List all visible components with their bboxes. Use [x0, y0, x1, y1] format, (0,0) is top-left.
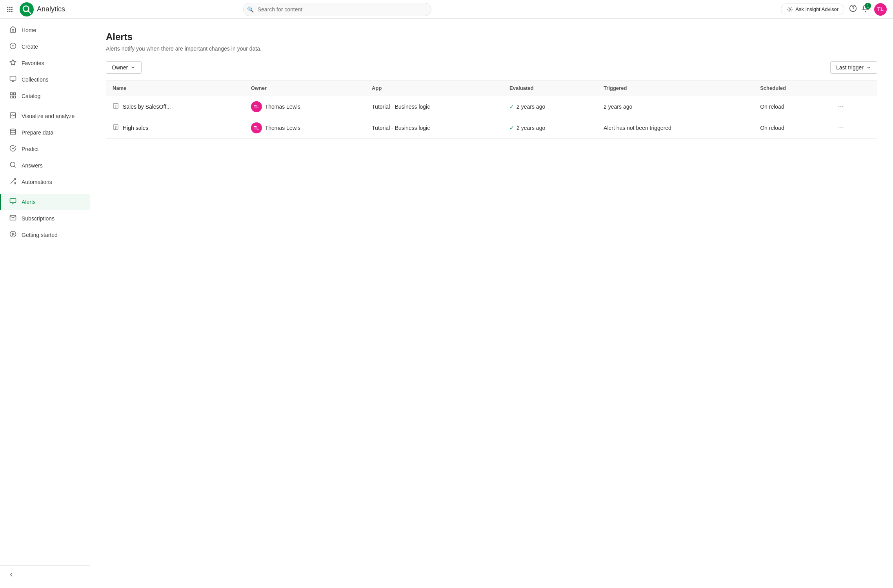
last-trigger-chevron-icon	[866, 65, 871, 70]
sidebar-item-subscriptions[interactable]: Subscriptions	[0, 210, 90, 227]
sidebar-item-prepare[interactable]: Prepare data	[0, 124, 90, 141]
star-icon	[9, 59, 17, 67]
check-icon-2: ✓	[509, 125, 514, 131]
svg-rect-2	[11, 7, 13, 8]
row1-actions-cell: ···	[829, 96, 877, 117]
nav-right: Ask Insight Advisor 1 TL	[781, 3, 887, 16]
row1-name-cell: Sales by SalesOff...	[106, 96, 245, 117]
row1-evaluated-text: 2 years ago	[517, 104, 545, 110]
svg-point-33	[10, 231, 16, 237]
sidebar-catalog-label: Catalog	[22, 93, 40, 99]
sidebar-item-answers[interactable]: Answers	[0, 157, 90, 174]
row2-more-button[interactable]: ···	[835, 122, 847, 133]
col-evaluated: Evaluated	[503, 80, 597, 96]
sidebar-item-home[interactable]: Home	[0, 22, 90, 38]
alert-doc-icon-2	[113, 124, 119, 132]
col-name: Name	[106, 80, 245, 96]
last-trigger-button[interactable]: Last trigger	[830, 61, 877, 74]
svg-rect-21	[10, 93, 12, 95]
qlik-logo[interactable]: Analytics	[20, 2, 65, 16]
svg-marker-17	[10, 60, 16, 65]
sidebar-getting-started-label: Getting started	[22, 232, 58, 238]
sidebar-divider-1	[0, 106, 90, 106]
notifications-button[interactable]: 1	[862, 4, 869, 14]
owner-filter-button[interactable]: Owner	[106, 61, 142, 74]
row2-name[interactable]: High sales	[123, 125, 148, 131]
app-title: Analytics	[37, 5, 65, 13]
user-avatar[interactable]: TL	[874, 3, 887, 16]
notification-badge: 1	[865, 3, 871, 9]
row1-more-button[interactable]: ···	[835, 101, 847, 112]
main-layout: Home Create	[0, 19, 893, 588]
sidebar-item-visualize[interactable]: Visualize and analyze	[0, 108, 90, 124]
sidebar-item-predict[interactable]: Predict	[0, 141, 90, 157]
col-triggered: Triggered	[597, 80, 754, 96]
visualize-icon	[9, 112, 17, 120]
sidebar-item-catalog[interactable]: Catalog	[0, 88, 90, 104]
search-icon: 🔍	[247, 6, 254, 13]
sidebar-item-create[interactable]: Create	[0, 38, 90, 55]
svg-point-27	[10, 162, 15, 167]
sidebar-divider-2	[0, 192, 90, 192]
sidebar-answers-label: Answers	[22, 162, 43, 169]
automations-icon	[9, 178, 17, 186]
table-row: Sales by SalesOff... TL Thomas Lewis Tut…	[106, 96, 877, 117]
insight-advisor-label: Ask Insight Advisor	[795, 6, 838, 12]
row2-triggered: Alert has not been triggered	[597, 117, 754, 138]
sidebar-bottom	[0, 561, 90, 588]
owner-label: Owner	[112, 64, 128, 71]
collapse-icon	[8, 571, 15, 579]
create-icon	[9, 42, 17, 51]
insight-advisor-button[interactable]: Ask Insight Advisor	[781, 4, 844, 15]
getting-started-icon	[9, 231, 17, 239]
sidebar-item-alerts[interactable]: Alerts	[0, 194, 90, 210]
svg-marker-34	[13, 233, 15, 235]
row1-owner-name: Thomas Lewis	[265, 104, 300, 110]
col-scheduled: Scheduled	[754, 80, 829, 96]
row2-app: Tutorial - Business logic	[366, 117, 503, 138]
table-header-row: Name Owner App Evaluated Triggered Sched…	[106, 80, 877, 96]
sidebar-item-collections[interactable]: Collections	[0, 71, 90, 88]
row2-actions-cell: ···	[829, 117, 877, 138]
search-input[interactable]	[243, 3, 431, 16]
svg-rect-5	[11, 9, 13, 10]
svg-rect-22	[14, 93, 16, 95]
sidebar-item-favorites[interactable]: Favorites	[0, 55, 90, 71]
col-owner: Owner	[245, 80, 366, 96]
svg-rect-4	[9, 9, 11, 10]
row1-owner-cell: TL Thomas Lewis	[245, 96, 366, 117]
catalog-icon	[9, 92, 17, 100]
check-icon-1: ✓	[509, 104, 514, 110]
svg-rect-30	[10, 198, 16, 203]
toolbar: Owner Last trigger	[106, 61, 877, 74]
sidebar-item-getting-started[interactable]: Getting started	[0, 227, 90, 243]
alerts-table: Name Owner App Evaluated Triggered Sched…	[106, 80, 877, 138]
sidebar-home-label: Home	[22, 27, 36, 33]
sidebar-collapse-button[interactable]	[0, 567, 90, 583]
svg-rect-8	[11, 11, 13, 12]
svg-point-12	[789, 9, 791, 10]
sidebar-item-automations[interactable]: Automations	[0, 174, 90, 190]
svg-rect-1	[9, 7, 11, 8]
row2-owner-cell: TL Thomas Lewis	[245, 117, 366, 138]
grid-menu-button[interactable]	[6, 5, 13, 13]
row1-evaluated-cell: ✓ 2 years ago	[503, 96, 597, 117]
col-app: App	[366, 80, 503, 96]
sidebar-visualize-label: Visualize and analyze	[22, 113, 75, 119]
row1-name[interactable]: Sales by SalesOff...	[123, 104, 171, 110]
help-button[interactable]	[849, 4, 857, 14]
table-body: Sales by SalesOff... TL Thomas Lewis Tut…	[106, 96, 877, 138]
alerts-icon	[9, 198, 17, 206]
row2-scheduled: On reload	[754, 117, 829, 138]
sidebar-automations-label: Automations	[22, 179, 52, 185]
search-container: 🔍	[243, 3, 431, 16]
col-actions	[829, 80, 877, 96]
table-header: Name Owner App Evaluated Triggered Sched…	[106, 80, 877, 96]
svg-point-9	[20, 2, 34, 16]
sidebar-create-label: Create	[22, 44, 38, 50]
sidebar-divider-bottom	[0, 565, 90, 566]
page-title: Alerts	[106, 31, 877, 42]
sidebar-collections-label: Collections	[22, 76, 48, 83]
sidebar-favorites-label: Favorites	[22, 60, 44, 66]
row2-owner-name: Thomas Lewis	[265, 125, 300, 131]
